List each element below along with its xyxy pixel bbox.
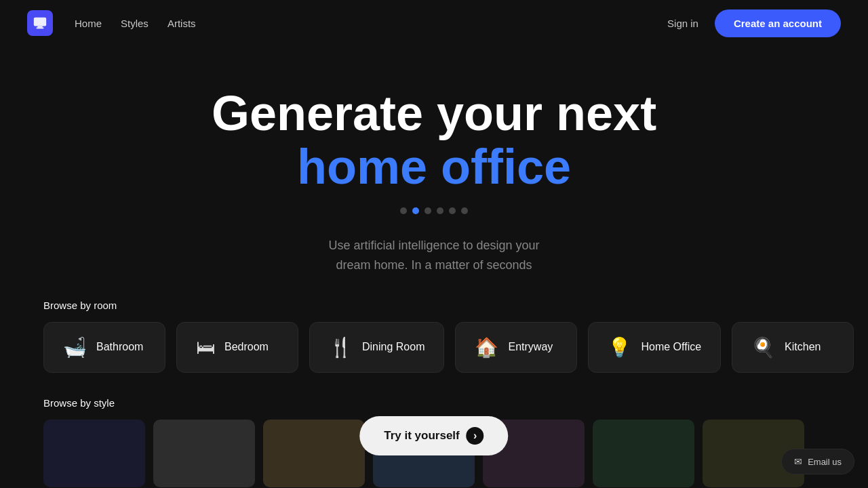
try-button-label: Try it yourself [384, 429, 459, 443]
email-icon: ✉ [794, 456, 802, 467]
dot-5[interactable] [449, 207, 456, 214]
style-thumb-2[interactable] [153, 420, 255, 487]
nav-link-artists[interactable]: Artists [167, 18, 196, 29]
hero-section: Generate your next home office Use artif… [0, 46, 868, 275]
style-thumb-6[interactable] [593, 420, 694, 487]
hero-title-line1: Generate your next [212, 86, 656, 140]
nav-right: Sign in Create an account [667, 9, 841, 37]
bedroom-label: Bedroom [224, 341, 269, 353]
dot-6[interactable] [461, 207, 468, 214]
sign-in-button[interactable]: Sign in [667, 18, 698, 29]
entryway-label: Entryway [508, 341, 553, 353]
dot-4[interactable] [437, 207, 443, 214]
logo-icon [33, 16, 47, 30]
room-cards-list: 🛁 Bathroom 🛏 Bedroom 🍴 Dining Room 🏠 Ent… [43, 322, 825, 373]
dining-room-icon: 🍴 [329, 336, 353, 359]
entryway-icon: 🏠 [475, 336, 498, 359]
browse-room-title: Browse by room [43, 300, 825, 311]
hero-title: Generate your next home office [0, 87, 868, 194]
try-button-wrapper: Try it yourself › [359, 416, 508, 455]
dining-room-label: Dining Room [362, 341, 425, 353]
room-card-bedroom[interactable]: 🛏 Bedroom [176, 322, 298, 373]
try-button-arrow: › [467, 427, 484, 445]
email-us-label: Email us [808, 457, 842, 467]
room-card-bathroom[interactable]: 🛁 Bathroom [43, 322, 165, 373]
nav-link-styles[interactable]: Styles [121, 18, 149, 29]
svg-rect-1 [37, 26, 42, 28]
bathroom-icon: 🛁 [63, 336, 87, 359]
try-yourself-button[interactable]: Try it yourself › [359, 416, 508, 455]
nav-links: Home Styles Artists [75, 18, 196, 29]
nav-left: Home Styles Artists [27, 10, 196, 36]
style-thumb-3[interactable] [263, 420, 365, 487]
bedroom-icon: 🛏 [196, 336, 215, 359]
hero-subtitle-line2: dream home. In a matter of seconds [336, 258, 532, 272]
kitchen-label: Kitchen [785, 341, 821, 353]
dot-3[interactable] [425, 207, 431, 214]
browse-room-section: Browse by room 🛁 Bathroom 🛏 Bedroom 🍴 Di… [0, 300, 868, 373]
svg-rect-0 [34, 18, 46, 26]
dot-1[interactable] [400, 207, 407, 214]
hero-subtitle-line1: Use artificial intelligence to design yo… [328, 239, 539, 252]
svg-rect-2 [37, 27, 44, 28]
dot-2[interactable] [412, 207, 419, 214]
browse-style-title: Browse by style [43, 397, 825, 409]
hero-subtitle: Use artificial intelligence to design yo… [0, 236, 868, 275]
logo[interactable] [27, 10, 53, 36]
kitchen-icon: 🍳 [751, 336, 775, 359]
home-office-icon: 💡 [608, 336, 631, 359]
carousel-dots [0, 207, 868, 214]
room-card-entryway[interactable]: 🏠 Entryway [455, 322, 577, 373]
bathroom-label: Bathroom [96, 341, 143, 353]
room-card-home-office[interactable]: 💡 Home Office [588, 322, 721, 373]
room-card-kitchen[interactable]: 🍳 Kitchen [732, 322, 854, 373]
home-office-label: Home Office [641, 341, 701, 353]
navbar: Home Styles Artists Sign in Create an ac… [0, 0, 868, 46]
room-card-dining-room[interactable]: 🍴 Dining Room [309, 322, 444, 373]
nav-link-home[interactable]: Home [75, 18, 102, 29]
email-us-button[interactable]: ✉ Email us [781, 449, 854, 474]
create-account-button[interactable]: Create an account [715, 9, 841, 37]
style-thumb-1[interactable] [43, 420, 145, 487]
hero-title-accent: home office [297, 140, 571, 194]
